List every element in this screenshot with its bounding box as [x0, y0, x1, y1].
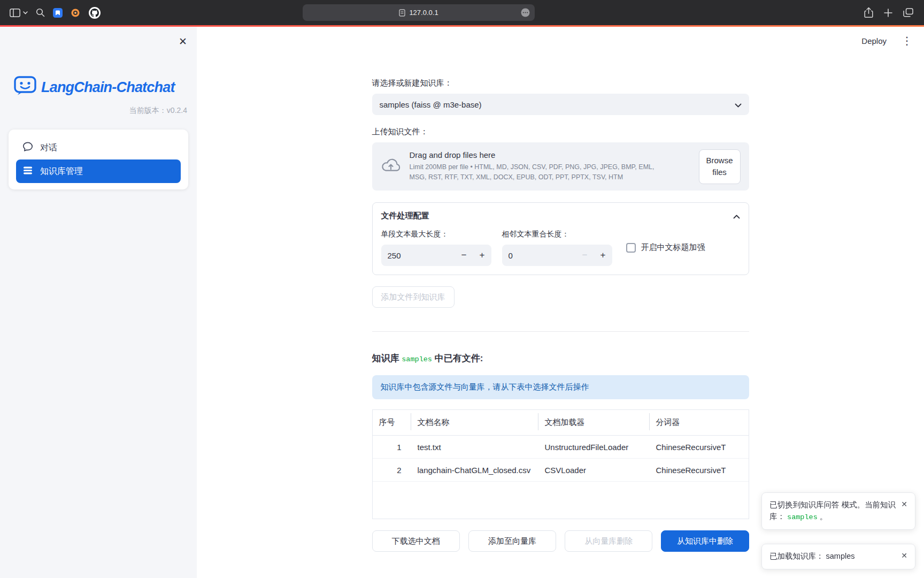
toast-kb-code: samples	[787, 513, 818, 521]
cell-loader: UnstructuredFileLoader	[538, 443, 650, 452]
cell-docname: test.txt	[411, 443, 538, 452]
info-alert: 知识库中包含源文件与向量库，请从下表中选择文件后操作	[372, 375, 749, 399]
search-icon[interactable]	[36, 8, 45, 17]
sidebar-close-button[interactable]: ✕	[179, 36, 187, 47]
expander-title: 文件处理配置	[381, 211, 429, 221]
sidebar-nav: 对话 知识库管理	[9, 130, 188, 189]
toast-text: 已切换到知识库问答 模式。当前知识库： samples 。	[769, 499, 896, 523]
kb-name-code: samples	[402, 355, 432, 363]
site-favicon	[399, 9, 405, 17]
file-dropzone[interactable]: Drag and drop files here Limit 200MB per…	[372, 142, 749, 191]
close-icon[interactable]: ✕	[901, 499, 907, 510]
chunk-size-decrement-button[interactable]: −	[455, 250, 473, 261]
close-icon[interactable]: ✕	[901, 551, 907, 561]
delete-from-kb-button[interactable]: 从知识库中删除	[661, 530, 749, 552]
favicon-orange[interactable]	[71, 8, 80, 18]
chunk-size-value: 250	[381, 251, 455, 260]
sidebar-item-dialogue[interactable]: 对话	[16, 136, 181, 159]
chunk-size-increment-button[interactable]: +	[473, 250, 491, 261]
cell-docname: langchain-ChatGLM_closed.csv	[411, 466, 538, 475]
column-header-splitter[interactable]: 分词器	[650, 417, 749, 428]
cell-loader: CSVLoader	[538, 466, 650, 475]
dropzone-instruction: Drag and drop files here	[410, 150, 690, 159]
page-options-icon[interactable]	[521, 8, 530, 17]
checkbox-unchecked-icon[interactable]	[626, 243, 636, 253]
github-icon[interactable]	[88, 6, 101, 19]
sidebar-panel-icon	[10, 9, 20, 17]
download-selected-button[interactable]: 下载选中文档	[372, 530, 460, 552]
divider	[372, 331, 749, 332]
cell-splitter: ChineseRecursiveT	[650, 466, 749, 475]
upload-label: 上传知识文件：	[372, 127, 749, 137]
column-header-loader[interactable]: 文档加载器	[538, 417, 650, 428]
deploy-button[interactable]: Deploy	[861, 36, 887, 45]
kebab-menu-icon[interactable]: ⋮	[902, 35, 912, 46]
sidebar-item-label: 知识库管理	[40, 166, 83, 177]
zh-title-enhance-checkbox-group[interactable]: 开启中文标题加强	[626, 242, 705, 253]
favicon-blue[interactable]	[53, 8, 63, 18]
table-actions: 下载选中文档 添加至向量库 从向量库删除 从知识库中删除	[372, 530, 749, 552]
address-bar[interactable]: 127.0.0.1	[303, 4, 535, 21]
add-files-to-kb-button[interactable]: 添加文件到知识库	[372, 286, 455, 308]
kb-selectbox[interactable]: samples (faiss @ m3e-base)	[372, 94, 749, 115]
overlap-size-input[interactable]: 0 − +	[502, 245, 612, 266]
toast-text: 已加载知识库： samples	[769, 551, 896, 562]
sidebar: ✕ LangChain-Chatchat 当前版本：v0.2.4 对话 知识库管…	[0, 27, 197, 578]
new-tab-icon[interactable]	[884, 9, 892, 17]
cell-splitter: ChineseRecursiveT	[650, 443, 749, 452]
table-row[interactable]: 2 langchain-ChatGLM_closed.csv CSVLoader…	[373, 459, 749, 482]
toast-container: 已切换到知识库问答 模式。当前知识库： samples 。 ✕ 已加载知识库： …	[761, 492, 915, 569]
cloud-upload-icon	[381, 158, 401, 176]
sidebar-item-kb-management[interactable]: 知识库管理	[16, 159, 181, 183]
chevron-up-icon	[733, 211, 740, 220]
chunk-size-label: 单段文本最大长度：	[381, 230, 491, 239]
sidebar-toggle-button[interactable]	[10, 9, 28, 17]
tab-overview-icon[interactable]	[903, 8, 913, 17]
chat-face-logo-icon	[14, 76, 36, 98]
toast-kb-loaded: 已加载知识库： samples ✕	[761, 544, 915, 569]
kb-selectbox-value: samples (faiss @ m3e-base)	[380, 100, 482, 109]
chunk-size-input[interactable]: 250 − +	[381, 245, 491, 266]
kb-files-heading: 知识库 samples 中已有文件:	[372, 352, 749, 364]
toast-mode-switched: 已切换到知识库问答 模式。当前知识库： samples 。 ✕	[761, 492, 915, 530]
zh-title-enhance-label: 开启中文标题加强	[641, 242, 705, 253]
chevron-down-icon	[23, 11, 28, 14]
overlap-size-value: 0	[502, 251, 576, 260]
share-icon[interactable]	[864, 7, 873, 18]
table-header-row: 序号 文档名称 文档加载器 分词器	[373, 410, 749, 436]
cell-index: 1	[373, 443, 411, 452]
list-icon	[22, 165, 33, 178]
browse-files-button[interactable]: Browse files	[699, 149, 741, 184]
url-text: 127.0.0.1	[409, 9, 438, 17]
toast-text-after: 。	[820, 512, 828, 521]
app-logo-text: LangChain-Chatchat	[41, 79, 175, 96]
files-table: 序号 文档名称 文档加载器 分词器 1 test.txt Unstructure…	[372, 409, 749, 519]
app-logo: LangChain-Chatchat	[14, 76, 186, 98]
kb-select-label: 请选择或新建知识库：	[372, 78, 749, 88]
overlap-size-decrement-button[interactable]: −	[576, 250, 594, 261]
expander-header[interactable]: 文件处理配置	[373, 203, 749, 229]
sidebar-item-label: 对话	[40, 142, 57, 154]
overlap-size-label: 相邻文本重合长度：	[502, 230, 612, 239]
column-header-docname[interactable]: 文档名称	[411, 417, 538, 428]
overlap-size-increment-button[interactable]: +	[594, 250, 612, 261]
kb-files-heading-suffix: 中已有文件:	[435, 353, 483, 363]
dropzone-limit-text: Limit 200MB per file • HTML, MD, JSON, C…	[410, 162, 672, 183]
browser-chrome: 127.0.0.1	[0, 0, 924, 25]
chat-bubble-icon	[22, 141, 33, 154]
add-to-vectorstore-button[interactable]: 添加至向量库	[468, 530, 556, 552]
delete-from-vectorstore-button[interactable]: 从向量库删除	[565, 530, 652, 552]
column-header-index[interactable]: 序号	[373, 417, 411, 428]
chevron-down-icon	[735, 100, 742, 109]
file-config-expander: 文件处理配置 单段文本最大长度： 250 − +	[372, 202, 749, 275]
table-row[interactable]: 1 test.txt UnstructuredFileLoader Chines…	[373, 436, 749, 459]
toast-text-before: 已加载知识库： samples	[769, 552, 855, 560]
version-label: 当前版本：v0.2.4	[0, 106, 187, 116]
cell-index: 2	[373, 466, 411, 475]
kb-files-heading-prefix: 知识库	[372, 353, 399, 363]
